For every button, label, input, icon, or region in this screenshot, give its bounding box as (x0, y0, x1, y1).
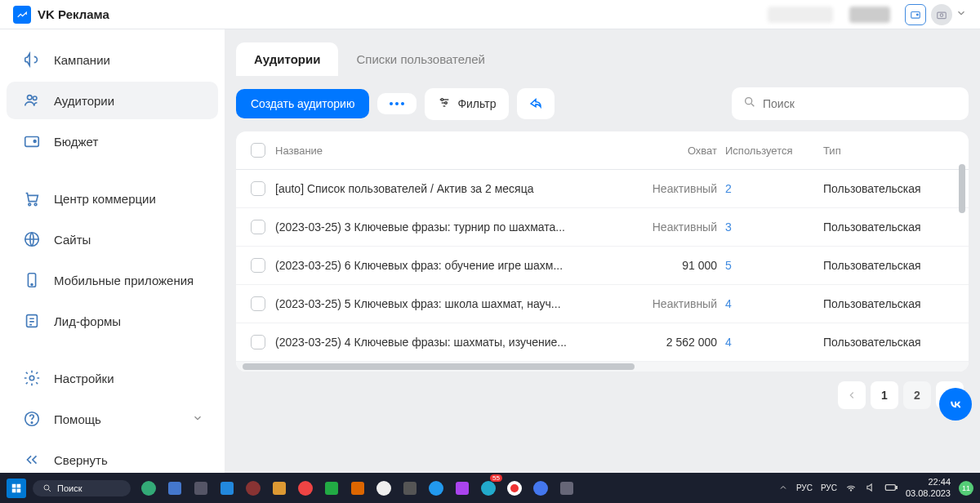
vk-help-bubble[interactable] (939, 388, 972, 421)
svg-point-24 (445, 101, 448, 104)
svg-point-5 (33, 96, 37, 100)
wallet-icon[interactable] (905, 4, 926, 25)
table-header: Название Охват Используется Тип (236, 131, 969, 170)
tab-user-lists[interactable]: Списки пользователей (338, 42, 503, 76)
account-balance-blurred (849, 7, 890, 23)
create-audience-button[interactable]: Создать аудиторию (236, 89, 369, 118)
cart-icon (21, 188, 42, 209)
taskbar-app-icon[interactable] (189, 477, 212, 500)
search-box[interactable] (732, 87, 969, 120)
taskbar-app-icon[interactable] (268, 477, 291, 500)
tray-clock[interactable]: 22:44 03.08.2023 (906, 477, 951, 498)
svg-point-39 (298, 481, 313, 496)
taskbar-app-icon[interactable] (425, 477, 448, 500)
tab-audiences[interactable]: Аудитории (236, 42, 338, 76)
tray-lang[interactable]: РУС (796, 483, 813, 492)
taskbar-app-icon[interactable] (555, 477, 578, 500)
svg-rect-28 (17, 483, 21, 487)
svg-point-33 (141, 481, 156, 496)
tray-notif-badge[interactable]: 11 (959, 481, 973, 496)
table-row[interactable]: (2023-03-25) 6 Ключевых фраз: обучение и… (236, 247, 969, 285)
horizontal-scrollbar[interactable] (236, 362, 969, 372)
svg-rect-30 (17, 488, 21, 492)
row-checkbox[interactable] (251, 258, 265, 273)
col-type[interactable]: Тип (823, 145, 954, 157)
camera-icon[interactable] (931, 4, 952, 25)
taskbar-app-icon[interactable] (320, 477, 343, 500)
table-row[interactable]: (2023-03-25) 3 Ключевые фразы: турнир по… (236, 208, 969, 247)
taskbar-app-icon[interactable] (372, 477, 395, 500)
table-row[interactable]: [auto] Список пользователей / Актив за 2… (236, 170, 969, 208)
taskbar-app-icon[interactable] (529, 477, 552, 500)
svg-point-12 (31, 284, 33, 286)
svg-point-3 (940, 13, 943, 16)
sidebar-item-label: Свернуть (54, 453, 108, 467)
taskbar-app-icon[interactable] (346, 477, 369, 500)
col-name[interactable]: Название (275, 145, 635, 157)
page-prev-button[interactable] (838, 381, 866, 409)
page-1-button[interactable]: 1 (871, 381, 898, 409)
taskbar-search[interactable]: Поиск (33, 480, 131, 496)
svg-point-4 (28, 96, 33, 100)
table-row[interactable]: (2023-03-25) 5 Ключевых фраз: школа шахм… (236, 285, 969, 323)
vertical-scrollbar[interactable] (959, 164, 967, 360)
filter-button[interactable]: Фильтр (425, 88, 509, 120)
sidebar-item-audiences[interactable]: Аудитории (7, 82, 218, 119)
taskbar-app-icon[interactable] (242, 477, 265, 500)
tray-battery-icon[interactable] (884, 483, 898, 493)
sidebar-item-help[interactable]: Помощь (7, 400, 218, 438)
sidebar-item-lead-forms[interactable]: Лид-формы (7, 302, 218, 340)
sidebar-item-label: Аудитории (54, 94, 114, 108)
row-used[interactable]: 2 (725, 182, 823, 195)
taskbar-app-icon[interactable] (503, 477, 526, 500)
form-icon (21, 310, 42, 332)
start-button[interactable] (7, 479, 26, 498)
row-used[interactable]: 4 (725, 297, 823, 310)
taskbar-app-icon[interactable]: 55 (477, 477, 500, 500)
col-reach[interactable]: Охват (635, 145, 725, 157)
sidebar-item-settings[interactable]: Настройки (7, 359, 218, 397)
more-options-button[interactable] (377, 93, 416, 114)
sidebar-item-budget[interactable]: Бюджет (7, 122, 218, 160)
svg-point-1 (916, 14, 918, 16)
svg-rect-41 (351, 482, 364, 495)
svg-rect-40 (325, 482, 338, 495)
taskbar-apps: 55 (137, 477, 778, 500)
sidebar-item-commerce[interactable]: Центр коммерции (7, 180, 218, 217)
sidebar-item-mobile-apps[interactable]: Мобильные приложения (7, 261, 218, 299)
share-button[interactable] (517, 88, 555, 119)
taskbar-app-icon[interactable] (399, 477, 421, 500)
page-2-button[interactable]: 2 (903, 381, 931, 409)
sidebar-item-campaigns[interactable]: Кампании (7, 41, 218, 78)
col-used[interactable]: Используется (725, 145, 823, 157)
table-row[interactable]: (2023-03-25) 4 Ключевые фразы: шахматы, … (236, 323, 969, 362)
svg-rect-38 (273, 482, 286, 495)
sidebar-item-sites[interactable]: Сайты (7, 220, 218, 258)
search-icon (743, 96, 756, 112)
tray-volume-icon[interactable] (865, 482, 876, 495)
row-used[interactable]: 5 (725, 259, 823, 272)
taskbar-app-icon[interactable] (163, 477, 186, 500)
row-used[interactable]: 4 (725, 336, 823, 349)
row-checkbox[interactable] (251, 296, 265, 311)
row-checkbox[interactable] (251, 181, 265, 196)
svg-point-37 (246, 481, 261, 496)
main-content: Аудитории Списки пользователей Создать а… (225, 29, 980, 473)
row-used[interactable]: 3 (725, 220, 823, 234)
users-icon (21, 90, 42, 111)
taskbar-app-icon[interactable] (294, 477, 317, 500)
taskbar-app-icon[interactable] (137, 477, 160, 500)
select-all-checkbox[interactable] (251, 143, 265, 158)
tray-lang2[interactable]: РУС (821, 483, 837, 492)
taskbar-app-icon[interactable] (216, 477, 238, 500)
svg-rect-27 (12, 483, 16, 487)
svg-point-9 (34, 203, 37, 206)
tray-chevron-icon[interactable] (778, 483, 788, 494)
search-input[interactable] (763, 97, 957, 110)
tray-wifi-icon[interactable] (845, 482, 857, 495)
row-checkbox[interactable] (251, 220, 265, 234)
taskbar-app-icon[interactable] (451, 477, 474, 500)
app-header: VK Реклама (0, 0, 980, 29)
chevron-down-icon[interactable] (956, 7, 967, 22)
row-checkbox[interactable] (251, 335, 265, 349)
